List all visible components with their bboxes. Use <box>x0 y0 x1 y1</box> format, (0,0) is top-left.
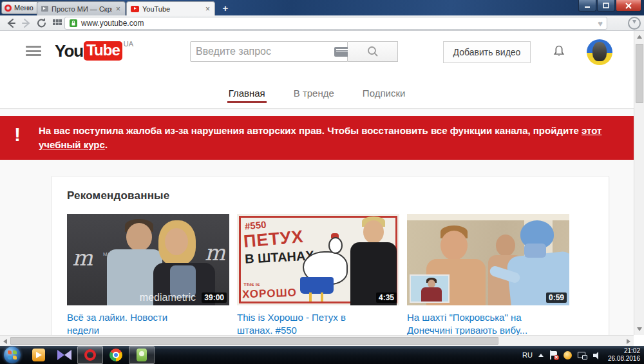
bookmark-heart-icon[interactable]: ♥ <box>598 19 603 28</box>
maximize-button[interactable] <box>597 0 615 12</box>
section-title: Рекомендованные <box>67 189 169 202</box>
thumbnail-art <box>440 231 468 260</box>
opera-logo-icon <box>5 5 12 12</box>
thumbnail-art <box>300 277 334 294</box>
back-icon[interactable] <box>5 17 17 29</box>
recommended-card: Рекомендованные m MEDIAMETRICS m mediame… <box>52 176 609 335</box>
forward-icon[interactable] <box>21 17 32 29</box>
search-box <box>190 41 348 62</box>
new-tab-button[interactable]: + <box>219 2 232 14</box>
vertical-scrollbar[interactable] <box>634 31 644 335</box>
scroll-right-icon[interactable] <box>627 339 630 344</box>
scroll-left-icon[interactable] <box>3 339 7 344</box>
tab-prosto-mi[interactable]: Просто МИ — Скрябін × <box>37 1 126 15</box>
duration-badge: 0:59 <box>546 292 567 303</box>
start-button[interactable] <box>4 347 21 363</box>
horizontal-scrollbar[interactable] <box>0 335 634 346</box>
window-controls <box>578 0 641 12</box>
system-tray: RU ✕ 21:02 26.08.2016 <box>522 347 644 363</box>
windows-logo-icon <box>8 350 17 359</box>
close-window-button[interactable] <box>616 0 641 12</box>
taskbar-chrome-button[interactable] <box>103 346 129 364</box>
action-center-flag-icon[interactable]: ✕ <box>549 350 558 359</box>
thumbnail-art <box>496 235 515 256</box>
tab-home[interactable]: Главная <box>229 72 265 108</box>
copyright-warning-banner: ! На вас поступила жалоба из-за нарушени… <box>0 116 634 160</box>
network-icon[interactable] <box>578 351 587 359</box>
avatar[interactable] <box>587 39 612 65</box>
kmplayer-icon <box>57 349 71 361</box>
video-title[interactable]: This is Хорошо - Петух в штанах. #550 <box>237 311 399 335</box>
thumbnail-art <box>309 292 312 302</box>
tab-subscriptions[interactable]: Подписки <box>363 72 406 108</box>
tab-title: Просто МИ — Скрябін <box>52 5 112 13</box>
reload-icon[interactable] <box>36 17 48 29</box>
tab-youtube[interactable]: YouTube × <box>126 1 215 15</box>
url-text[interactable]: www.youtube.com <box>81 19 594 28</box>
video-card: m MEDIAMETRICS m mediametric 39:00 Всё з… <box>67 214 229 335</box>
horizontal-scroll-thumb[interactable] <box>10 337 498 345</box>
speed-dial-icon[interactable] <box>52 17 63 29</box>
tab-title: YouTube <box>142 5 202 13</box>
logo-tube: Tube <box>84 41 122 61</box>
video-thumbnail[interactable]: 0:59 <box>407 214 569 305</box>
download-button[interactable] <box>628 17 641 30</box>
potplayer-icon <box>32 349 45 361</box>
thumbnail-art <box>165 228 188 255</box>
video-favicon <box>41 6 48 12</box>
hamburger-menu-icon[interactable] <box>26 46 41 57</box>
taskbar-opera-button[interactable] <box>77 346 103 364</box>
search-icon <box>366 45 379 58</box>
notifications-bell-icon[interactable] <box>551 44 567 62</box>
thumbnail-art <box>363 220 384 244</box>
language-indicator[interactable]: RU <box>522 351 533 359</box>
video-card: #550 ПЕТУХ В ШТАНАХ This is ХОРОШО 4:35 <box>237 214 399 335</box>
exclamation-icon: ! <box>14 124 21 146</box>
watermark: mediametric <box>140 292 196 303</box>
time: 21:02 <box>608 347 640 355</box>
opera-menu-label: Меню <box>14 4 33 12</box>
chrome-icon <box>109 349 122 361</box>
video-thumbnail[interactable]: #550 ПЕТУХ В ШТАНАХ This is ХОРОШО 4:35 <box>237 214 399 305</box>
taskbar-qip-button[interactable] <box>129 346 155 364</box>
page-viewport: You Tube UA Добавить видео Главная <box>0 31 634 335</box>
duration-badge: 4:35 <box>376 292 397 303</box>
browser-titlebar: Меню Просто МИ — Скрябін × YouTube × + <box>0 0 644 15</box>
close-icon[interactable]: × <box>115 5 121 13</box>
thumbnail-art <box>328 237 343 254</box>
taskbar-kmplayer-button[interactable] <box>52 346 77 364</box>
video-card: 0:59 На шахті "Покровська" на Донеччині … <box>407 214 569 335</box>
youtube-favicon <box>131 6 139 12</box>
logo-region: UA <box>124 40 133 48</box>
tab-trending[interactable]: В тренде <box>294 72 334 108</box>
thumbnail-art <box>407 214 569 220</box>
hidden-icons-arrow[interactable] <box>538 354 544 357</box>
minimize-button[interactable] <box>578 0 596 12</box>
search-input[interactable] <box>191 46 334 57</box>
close-icon[interactable]: × <box>205 5 211 13</box>
warning-text: На вас поступила жалоба из-за нарушения … <box>39 124 623 152</box>
video-title[interactable]: На шахті "Покровська" на Донеччині трива… <box>407 311 569 335</box>
duration-badge: 39:00 <box>202 292 227 303</box>
thumbnail-art: m <box>72 245 93 271</box>
desktop: Меню Просто МИ — Скрябін × YouTube × + w… <box>0 0 644 364</box>
active-tab-underline <box>227 101 267 103</box>
search-button[interactable] <box>348 41 398 62</box>
vertical-scroll-thumb[interactable] <box>636 44 643 103</box>
lock-icon <box>69 19 78 28</box>
logo-you: You <box>55 41 83 61</box>
tray-app-icon[interactable] <box>564 351 572 359</box>
video-title[interactable]: Всё за лайки. Новости недели <box>67 311 229 335</box>
address-bar[interactable]: www.youtube.com ♥ <box>64 17 607 30</box>
youtube-logo[interactable]: You Tube UA <box>55 41 133 61</box>
scroll-up-icon[interactable] <box>637 35 642 39</box>
sign-language-inset <box>410 274 450 303</box>
clock[interactable]: 21:02 26.08.2016 <box>608 347 640 363</box>
thumbnail-art: This is <box>243 282 260 287</box>
volume-icon[interactable] <box>593 351 602 359</box>
scroll-down-icon[interactable] <box>637 327 642 331</box>
add-video-button[interactable]: Добавить видео <box>443 41 531 63</box>
opera-menu-button[interactable]: Меню <box>1 1 40 14</box>
video-thumbnail[interactable]: m MEDIAMETRICS m mediametric 39:00 <box>67 214 229 305</box>
taskbar-potplayer-button[interactable] <box>26 346 52 364</box>
